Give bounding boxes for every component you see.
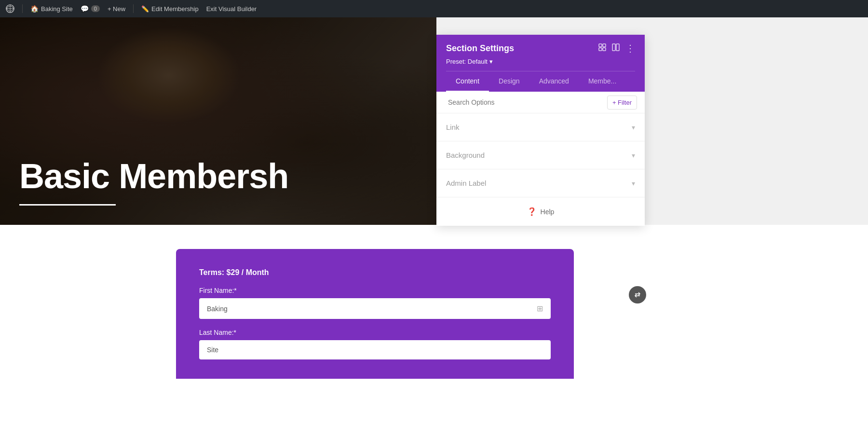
section-settings-panel: Section Settings — [436, 35, 645, 226]
hero-title: Basic Membersh — [19, 156, 288, 196]
comment-icon: 💬 — [81, 5, 89, 13]
site-name[interactable]: 🏠 Baking Site — [30, 5, 73, 13]
edit-membership-button[interactable]: ✏️ Edit Membership — [141, 5, 199, 13]
first-name-label: First Name:* — [199, 287, 551, 294]
panel-help[interactable]: ❓ Help — [436, 197, 645, 226]
drag-handle[interactable] — [629, 286, 646, 303]
panel-body: + Filter Link ▾ Background ▾ A — [436, 92, 645, 226]
more-options-icon[interactable]: ⋮ — [625, 42, 635, 54]
fullscreen-icon[interactable] — [598, 43, 606, 53]
new-button[interactable]: + New — [108, 5, 125, 13]
accordion-link-chevron: ▾ — [632, 124, 635, 131]
comments-button[interactable]: 💬 0 — [81, 5, 100, 13]
site-icon: 🏠 — [30, 5, 39, 13]
main-area: Basic Membersh Terms: $29 / Month First … — [0, 17, 868, 441]
divider-1 — [22, 4, 23, 13]
accordion-background-chevron: ▾ — [632, 152, 635, 159]
accordion-admin-label-header[interactable]: Admin Label ▾ — [436, 169, 645, 197]
divider-2 — [133, 4, 134, 13]
svg-rect-4 — [603, 44, 606, 47]
panel-title: Section Settings — [446, 43, 514, 54]
tab-design[interactable]: Design — [489, 71, 529, 92]
panel-header-icons: ⋮ — [598, 42, 635, 54]
svg-rect-5 — [599, 48, 602, 51]
accordion-admin-label-chevron: ▾ — [632, 179, 635, 187]
first-name-value: Baking — [207, 305, 228, 313]
form-section: Terms: $29 / Month First Name:* Baking ⊞… — [176, 249, 574, 379]
wordpress-logo[interactable] — [6, 4, 14, 13]
panel-tabs: Content Design Advanced Membe... — [446, 71, 635, 92]
accordion-link: Link ▾ — [436, 113, 645, 141]
exit-visual-builder-button[interactable]: Exit Visual Builder — [206, 5, 257, 13]
svg-rect-8 — [616, 44, 619, 51]
last-name-label: Last Name:* — [199, 329, 551, 336]
search-input[interactable] — [444, 92, 603, 113]
first-name-input-wrapper[interactable]: Baking ⊞ — [199, 298, 551, 319]
tab-advanced[interactable]: Advanced — [529, 71, 579, 92]
accordion-background-label: Background — [446, 151, 485, 159]
svg-rect-7 — [612, 44, 615, 51]
accordion-admin-label: Admin Label ▾ — [436, 169, 645, 197]
top-bar: 🏠 Baking Site 💬 0 + New ✏️ Edit Membersh… — [0, 0, 868, 17]
accordion-link-label: Link — [446, 123, 460, 131]
edit-icon: ✏️ — [141, 5, 149, 13]
tab-content[interactable]: Content — [446, 71, 489, 92]
last-name-input[interactable]: Site — [199, 340, 551, 359]
split-view-icon[interactable] — [612, 43, 620, 53]
help-label: Help — [541, 208, 555, 216]
panel-search-row: + Filter — [436, 92, 645, 113]
accordion-background-header[interactable]: Background ▾ — [436, 141, 645, 169]
filter-button[interactable]: + Filter — [607, 96, 637, 110]
accordion-admin-label-text: Admin Label — [446, 179, 486, 187]
accordion-background: Background ▾ — [436, 141, 645, 169]
hero-section: Basic Membersh — [0, 17, 436, 225]
accordion-link-header[interactable]: Link ▾ — [436, 113, 645, 141]
svg-rect-3 — [599, 44, 602, 47]
tab-member[interactable]: Membe... — [579, 71, 626, 92]
panel-title-row: Section Settings — [446, 42, 635, 54]
help-icon: ❓ — [527, 207, 537, 216]
panel-preset[interactable]: Preset: Default ▾ — [446, 58, 635, 65]
preset-arrow: ▾ — [489, 58, 493, 65]
comments-count: 0 — [91, 5, 100, 12]
svg-rect-6 — [603, 48, 606, 51]
preset-text: Preset: Default — [446, 58, 488, 65]
input-icon: ⊞ — [537, 304, 543, 313]
last-name-value: Site — [207, 346, 218, 354]
hero-underline — [19, 204, 116, 206]
panel-header: Section Settings — [436, 35, 645, 92]
form-terms: Terms: $29 / Month — [199, 268, 551, 277]
